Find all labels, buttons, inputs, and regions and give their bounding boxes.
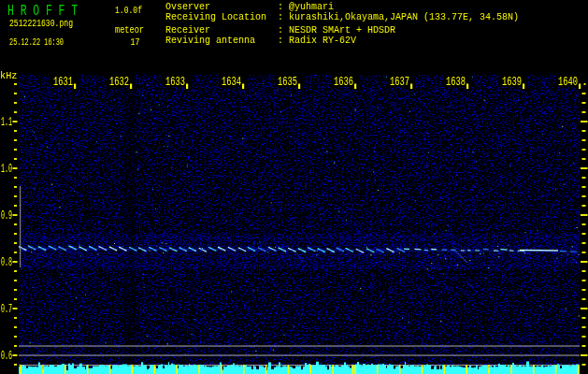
svg-text:25.12.22 16:30: 25.12.22 16:30 [9,37,64,48]
svg-text:1632: 1632 [109,75,129,89]
svg-text:0.8: 0.8 [1,255,12,269]
svg-text:Reviving antenna : Radix RY: Reviving antenna : Radix RY-62V [165,36,356,46]
svg-text:1638: 1638 [446,75,466,89]
svg-text:1.1: 1.1 [1,115,12,129]
svg-text:1.0: 1.0 [1,162,12,176]
svg-text:1631: 1631 [53,75,73,89]
svg-text:1639: 1639 [502,75,522,89]
svg-text:2512221630.png: 2512221630.png [9,19,73,29]
svg-text:1633: 1633 [165,75,185,89]
svg-text:0.9: 0.9 [1,209,12,223]
svg-text:1637: 1637 [390,75,409,89]
svg-text:1634: 1634 [222,75,241,89]
svg-text:Receiving Location : kurashik: Receiving Location : kurashiki,Okayama,J… [165,12,519,22]
svg-text:H R O F F T: H R O F F T [7,3,78,20]
svg-text:Ovserver : @yuhmari: Ovserver : @yuhmari [165,2,334,12]
svg-text:meteor: meteor [115,25,144,36]
svg-text:Receiver : NESDR SM: Receiver : NESDR SMArt + HDSDR [165,25,395,36]
svg-text:17: 17 [131,37,140,48]
svg-text:1.0.0f: 1.0.0f [115,6,142,16]
svg-text:1640: 1640 [558,75,578,89]
svg-text:1636: 1636 [334,75,353,89]
svg-text:1635: 1635 [278,75,297,89]
svg-text:kHz: kHz [0,70,18,81]
svg-text:0.7: 0.7 [1,302,12,316]
svg-text:0.6: 0.6 [1,349,12,363]
